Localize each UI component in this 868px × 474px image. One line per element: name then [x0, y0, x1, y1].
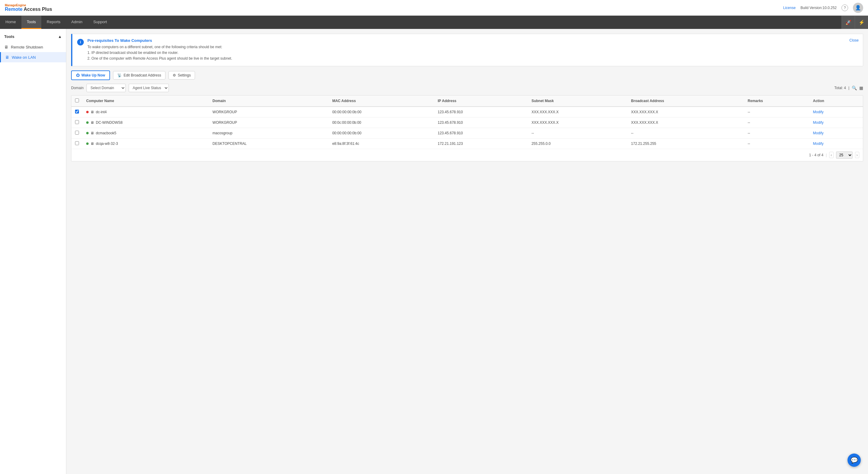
computer-name-text: dcmacbook5: [96, 131, 116, 135]
page-size-select[interactable]: 25 50 100: [836, 151, 852, 159]
flash-icon-button[interactable]: ⚡: [855, 16, 868, 29]
nav-reports[interactable]: Reports: [41, 16, 66, 29]
data-table-container: Computer Name Domain MAC Address IP Addr…: [71, 95, 863, 161]
wake-up-now-button[interactable]: ⏻ Wake Up Now: [71, 70, 110, 80]
search-icon[interactable]: 🔍: [852, 86, 857, 90]
domain-cell: DESKTOPCENTRAL: [209, 138, 329, 149]
broadcast-cell: XXX.XXX.XXX.X: [627, 117, 744, 128]
mac-cell: 00:0c:00:00:0b:00: [329, 117, 434, 128]
mac-cell: e8:9a:8f:3f:61:4c: [329, 138, 434, 149]
computers-table: Computer Name Domain MAC Address IP Addr…: [71, 96, 863, 149]
row-checkbox-2[interactable]: [75, 131, 79, 135]
table-row: 🖥DC-WINDOWS8WORKGROUP00:0c:00:00:0b:0012…: [71, 117, 863, 128]
nav-bar: Home Tools Reports Admin Support 🚀 ⚡: [0, 16, 868, 29]
computer-name-text: DC-WINDOWS8: [96, 121, 123, 125]
next-page-button[interactable]: ›: [855, 152, 859, 158]
computer-icon: 🖥: [90, 141, 94, 146]
modify-link-2[interactable]: Modify: [813, 131, 824, 135]
nav-tools[interactable]: Tools: [22, 16, 41, 29]
domain-cell: WORKGROUP: [209, 117, 329, 128]
th-checkbox: [71, 96, 83, 107]
prev-page-button[interactable]: ‹: [829, 152, 833, 158]
sidebar-item-label-remote-shutdown: Remote Shutdown: [11, 45, 43, 49]
th-computer-name: Computer Name: [83, 96, 209, 107]
banner-close-button[interactable]: Close: [849, 38, 859, 42]
remarks-cell: --: [744, 128, 809, 138]
edit-broadcast-button[interactable]: 📡 Edit Broadcast Address: [113, 71, 165, 79]
settings-button[interactable]: ⚙ Settings: [168, 71, 195, 79]
table-row: 🖥dcqa-w8-32-3DESKTOPCENTRALe8:9a:8f:3f:6…: [71, 138, 863, 149]
row-checkbox-1[interactable]: [75, 120, 79, 124]
ip-cell: 123.45.678.910: [434, 107, 528, 117]
sidebar-item-label-wake-on-lan: Wake on LAN: [12, 55, 36, 60]
computer-icon: 🖥: [90, 110, 94, 114]
domain-cell: WORKGROUP: [209, 107, 329, 117]
banner-title: Pre-requisites To Wake Computers: [87, 38, 858, 43]
nav-left: Home Tools Reports Admin Support: [0, 16, 113, 29]
agent-status-select[interactable]: Agent Live Status: [129, 84, 169, 92]
select-all-checkbox[interactable]: [75, 99, 79, 102]
total-count: Total: 4: [834, 86, 846, 90]
nav-support[interactable]: Support: [88, 16, 113, 29]
remarks-cell: --: [744, 117, 809, 128]
app-logo: ManageEngine Remote Access Plus: [5, 4, 52, 12]
logo-remote: Remote: [5, 7, 23, 12]
info-banner: i Pre-requisites To Wake Computers To wa…: [71, 34, 863, 66]
row-checkbox-0[interactable]: [75, 110, 79, 113]
page-separator: |: [826, 153, 827, 157]
license-link[interactable]: License: [783, 6, 796, 10]
computer-name-text: dcqa-w8-32-3: [96, 141, 118, 146]
row-checkbox-3[interactable]: [75, 141, 79, 145]
logo-plus: Plus: [42, 7, 52, 12]
table-row: 🖥dc-int4WORKGROUP00:00:00:00:0b:00123.45…: [71, 107, 863, 117]
remarks-cell: --: [744, 138, 809, 149]
filter-total-area: Total: 4 | 🔍 ▦: [834, 86, 863, 90]
avatar[interactable]: 👤: [853, 3, 863, 13]
banner-line1: To wake computers on a different subnet,…: [87, 45, 222, 49]
broadcast-cell: 172.21.255.255: [627, 138, 744, 149]
wake-on-lan-icon: 🖥: [5, 55, 9, 60]
rocket-icon-button[interactable]: 🚀: [841, 16, 855, 29]
modify-link-3[interactable]: Modify: [813, 141, 824, 146]
header-right: License Build Version:10.0.252 ? 👤: [783, 3, 863, 13]
info-text: Pre-requisites To Wake Computers To wake…: [87, 38, 858, 62]
main-layout: Tools ▲ 🖥 Remote Shutdown 🖥 Wake on LAN …: [0, 29, 868, 474]
subnet-cell: 255.255.0.0: [528, 138, 627, 149]
build-version: Build Version:10.0.252: [801, 6, 837, 10]
banner-line3: 2. One of the computer with Remote Acces…: [87, 56, 232, 61]
computer-icon: 🖥: [90, 121, 94, 125]
remote-shutdown-icon: 🖥: [4, 44, 8, 49]
pagination-row: 1 - 4 of 4 | ‹ 25 50 100 ›: [71, 149, 863, 161]
th-ip-address: IP Address: [434, 96, 528, 107]
sidebar-item-wake-on-lan[interactable]: 🖥 Wake on LAN: [0, 52, 66, 62]
table-body: 🖥dc-int4WORKGROUP00:00:00:00:0b:00123.45…: [71, 107, 863, 149]
help-button[interactable]: ?: [841, 4, 848, 11]
broadcast-cell: --: [627, 128, 744, 138]
top-header: ManageEngine Remote Access Plus License …: [0, 0, 868, 16]
sidebar-item-remote-shutdown[interactable]: 🖥 Remote Shutdown: [0, 42, 66, 52]
sidebar-header: Tools ▲: [0, 31, 66, 42]
status-dot: [86, 142, 89, 145]
subnet-cell: XXX.XXX.XXX.X: [528, 117, 627, 128]
sidebar: Tools ▲ 🖥 Remote Shutdown 🖥 Wake on LAN: [0, 29, 66, 474]
table-header-row: Computer Name Domain MAC Address IP Addr…: [71, 96, 863, 107]
domain-label: Domain: [71, 86, 84, 90]
gear-icon: ⚙: [173, 73, 176, 77]
modify-link-0[interactable]: Modify: [813, 110, 824, 114]
ip-cell: 123.45.678.910: [434, 117, 528, 128]
remarks-cell: --: [744, 107, 809, 117]
nav-home[interactable]: Home: [0, 16, 22, 29]
broadcast-icon: 📡: [117, 73, 122, 77]
chat-fab-button[interactable]: 💬: [847, 453, 861, 467]
banner-line2: 1. IP directed broadcast should be enabl…: [87, 50, 179, 55]
subnet-cell: XXX.XXX.XXX.X: [528, 107, 627, 117]
nav-admin[interactable]: Admin: [66, 16, 88, 29]
th-broadcast-address: Broadcast Address: [627, 96, 744, 107]
grid-view-icon[interactable]: ▦: [859, 86, 863, 90]
separator: |: [848, 86, 849, 90]
domain-select[interactable]: Select Domain: [87, 84, 126, 92]
sidebar-collapse-icon[interactable]: ▲: [58, 34, 62, 39]
modify-link-1[interactable]: Modify: [813, 121, 824, 125]
power-icon: ⏻: [76, 73, 80, 77]
page-range-label: 1 - 4 of 4: [809, 153, 824, 157]
